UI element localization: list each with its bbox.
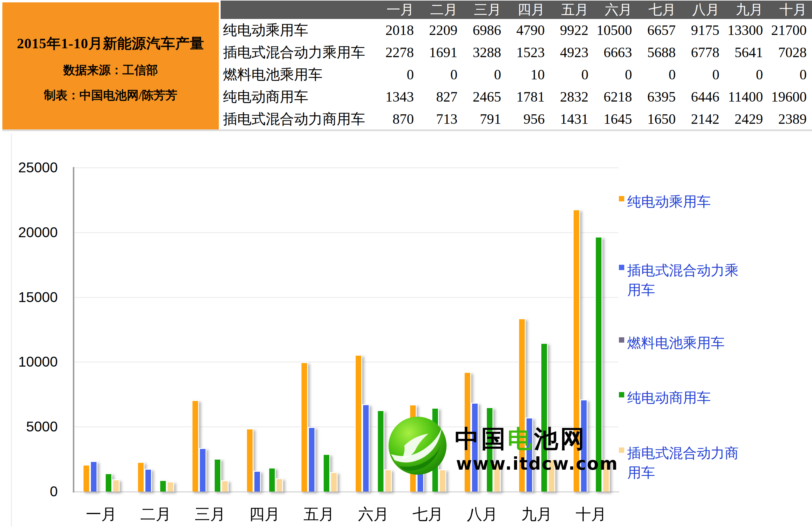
bar-纯电动商用车: [268, 468, 276, 492]
series-label-cell: 插电式混合动力乘用车: [221, 41, 376, 63]
bar-插电式混合动力商用车: [167, 482, 174, 492]
bar-cluster: [237, 167, 292, 492]
value-cell: 0: [681, 63, 725, 86]
table-row: 插电式混合动力乘用车227816913288152349236663568867…: [221, 41, 812, 63]
x-axis-category-label: 九月: [509, 504, 564, 525]
month-header-cell: 九月: [725, 1, 768, 19]
value-cell: 1650: [637, 108, 681, 130]
bar-纯电动乘用车: [137, 462, 145, 492]
legend-item: 燃料电池乘用车: [619, 333, 797, 353]
value-cell: 3288: [463, 41, 506, 63]
y-axis-tick-label: 20000: [10, 223, 58, 241]
month-header-cell: 五月: [550, 1, 594, 19]
value-cell: 0: [376, 63, 419, 86]
legend-item: 纯电动商用车: [619, 388, 797, 408]
chart-title-box: 2015年1-10月新能源汽车产量 数据来源：工信部 制表：中国电池网/陈芳芳: [2, 2, 219, 129]
value-cell: 956: [506, 108, 550, 130]
value-cell: 2429: [725, 108, 768, 130]
bar-cluster: [74, 167, 129, 492]
brand-part-green: 电: [508, 425, 534, 453]
screenshot-canvas: 2015年1-10月新能源汽车产量 数据来源：工信部 制表：中国电池网/陈芳芳 …: [0, 0, 812, 528]
bar-纯电动乘用车: [246, 428, 253, 492]
value-cell: 13300: [725, 19, 768, 41]
x-axis-category-label: 一月: [74, 504, 129, 525]
value-cell: 7028: [768, 41, 812, 63]
value-cell: 2142: [681, 108, 725, 130]
value-cell: 0: [419, 63, 463, 86]
x-axis-category-label: 七月: [401, 504, 455, 525]
value-cell: 10500: [594, 19, 637, 41]
y-axis-tick-label: 0: [10, 483, 58, 500]
month-header-cell: 一月: [376, 1, 419, 19]
brand-name-watermark: 中国电池网: [455, 423, 586, 455]
x-axis-category-label: 六月: [346, 504, 401, 525]
legend-label: 纯电动商用车: [627, 388, 746, 408]
value-cell: 19600: [768, 86, 812, 108]
table-row: 燃料电池乘用车00010000000: [221, 63, 812, 86]
bar-插电式混合动力商用车: [112, 480, 120, 492]
value-cell: 4923: [550, 41, 594, 63]
value-cell: 0: [550, 63, 594, 86]
bar-纯电动乘用车: [192, 400, 199, 492]
value-cell: 6657: [637, 19, 681, 41]
y-axis-tick-label: 25000: [10, 159, 58, 176]
legend-label: 插电式混合动力商用车: [627, 443, 746, 482]
y-axis-tick-label: 15000: [10, 289, 58, 306]
production-table: 一月二月三月四月五月六月七月八月九月十月 纯电动乘用车2018220969864…: [221, 1, 812, 130]
value-cell: 0: [594, 63, 637, 86]
legend-item: 插电式混合动力商用车: [619, 443, 797, 482]
legend-item: 纯电动乘用车: [619, 192, 797, 211]
value-cell: 2209: [419, 19, 463, 41]
value-cell: 0: [637, 63, 681, 86]
value-cell: 2018: [376, 19, 419, 41]
value-cell: 21700: [768, 19, 812, 41]
legend-marker-插电式混合动力商用车: [619, 448, 624, 453]
bar-插电式混合动力乘用车: [362, 404, 369, 492]
legend-marker-燃料电池乘用车: [619, 337, 624, 343]
legend-label: 纯电动乘用车: [627, 192, 746, 211]
table-row: 纯电动商用车1343827246517812832621863956446114…: [221, 86, 812, 108]
bar-纯电动商用车: [214, 459, 221, 492]
bar-cluster: [129, 167, 183, 492]
legend-label: 插电式混合动力乘用车: [627, 261, 746, 300]
table-bottom-border: [2, 129, 812, 131]
x-axis-category-label: 二月: [129, 504, 183, 525]
value-cell: 5641: [725, 41, 768, 63]
series-label-cell: 纯电动商用车: [221, 86, 376, 108]
brand-url-watermark: www.itdcw.com: [456, 454, 618, 474]
bar-插电式混合动力乘用车: [199, 448, 206, 492]
production-table-body: 纯电动乘用车2018220969864790992210500665791751…: [221, 19, 812, 130]
bar-纯电动商用车: [595, 237, 602, 492]
month-header-cell: 八月: [681, 1, 725, 19]
value-cell: 9922: [550, 19, 594, 41]
legend-label: 燃料电池乘用车: [627, 333, 746, 353]
table-row: 插电式混合动力商用车870713791956143116451650214224…: [221, 108, 812, 130]
value-cell: 791: [463, 108, 506, 130]
value-cell: 2832: [550, 86, 594, 108]
bar-纯电动乘用车: [355, 355, 362, 492]
value-cell: 1523: [506, 41, 550, 63]
production-table-header: 一月二月三月四月五月六月七月八月九月十月: [221, 1, 812, 19]
value-cell: 9175: [681, 19, 725, 41]
value-cell: 0: [768, 63, 812, 86]
x-axis-category-label: 四月: [237, 504, 292, 525]
brand-part-black1: 中国: [455, 425, 508, 453]
value-cell: 6218: [594, 86, 637, 108]
value-cell: 4790: [506, 19, 550, 41]
bar-插电式混合动力商用车: [276, 478, 283, 492]
value-cell: 870: [376, 108, 419, 130]
data-source-label: 数据来源：工信部: [63, 62, 158, 78]
bar-cluster: [183, 167, 237, 492]
month-header-cell: 二月: [419, 1, 463, 19]
page-title: 2015年1-10月新能源汽车产量: [17, 34, 204, 53]
bar-插电式混合动力乘用车: [308, 427, 315, 492]
x-axis-category-label: 三月: [183, 504, 237, 525]
y-axis-tick-label: 5000: [10, 418, 58, 436]
value-cell: 5688: [637, 41, 681, 63]
value-cell: 2389: [768, 108, 812, 130]
value-cell: 827: [419, 86, 463, 108]
x-axis-category-label: 十月: [564, 504, 618, 525]
x-axis-category-label: 五月: [292, 504, 346, 525]
legend-marker-插电式混合动力乘用车: [619, 265, 624, 270]
value-cell: 2278: [376, 41, 419, 63]
